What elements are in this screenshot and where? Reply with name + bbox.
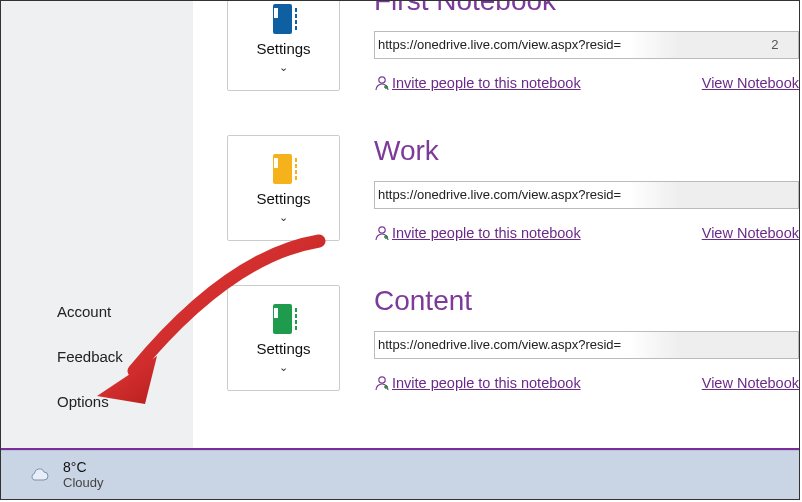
sidebar-item-label: Options <box>57 393 109 410</box>
invite-label: Invite people to this notebook <box>392 75 581 91</box>
invite-people-link[interactable]: Invite people to this notebook <box>374 75 581 91</box>
svg-rect-1 <box>274 8 278 18</box>
svg-rect-11 <box>295 170 297 174</box>
svg-rect-9 <box>295 158 297 162</box>
chevron-down-icon: ⌄ <box>279 361 288 374</box>
condition: Cloudy <box>63 476 103 490</box>
svg-rect-5 <box>295 26 297 30</box>
notebook-icon <box>270 152 298 186</box>
svg-rect-17 <box>295 314 297 318</box>
chevron-down-icon: ⌄ <box>279 211 288 224</box>
notebook-settings-card[interactable]: Settings ⌄ <box>227 135 340 241</box>
invite-people-link[interactable]: Invite people to this notebook <box>374 225 581 241</box>
person-add-icon <box>374 225 390 241</box>
settings-label: Settings <box>256 340 310 357</box>
weather-cloud-icon <box>27 465 51 485</box>
settings-label: Settings <box>256 190 310 207</box>
sidebar-item-account[interactable]: Account <box>1 289 193 334</box>
notebook-url-input[interactable]: https://onedrive.live.com/view.aspx?resi… <box>374 181 799 209</box>
svg-rect-2 <box>295 8 297 12</box>
settings-label: Settings <box>256 40 310 57</box>
svg-rect-4 <box>295 20 297 24</box>
backstage-sidebar: Account Feedback Options <box>1 1 193 448</box>
invite-label: Invite people to this notebook <box>392 225 581 241</box>
svg-point-20 <box>379 377 385 383</box>
notebook-settings-card[interactable]: Settings ⌄ <box>227 285 340 391</box>
notebook-row: Settings ⌄ First Notebook https://onedri… <box>193 1 799 91</box>
svg-point-6 <box>379 77 385 83</box>
notebook-title: First Notebook <box>374 1 799 17</box>
sidebar-item-label: Account <box>57 303 111 320</box>
url-tail: 2 <box>771 37 778 52</box>
view-notebook-link[interactable]: View Notebook <box>702 375 799 391</box>
svg-rect-16 <box>295 308 297 312</box>
svg-rect-10 <box>295 164 297 168</box>
taskbar: 8°C Cloudy <box>1 450 799 499</box>
notebook-icon <box>270 302 298 336</box>
invite-label: Invite people to this notebook <box>392 375 581 391</box>
svg-rect-3 <box>295 14 297 18</box>
notebook-title: Work <box>374 135 799 167</box>
notebook-settings-card[interactable]: Settings ⌄ <box>227 1 340 91</box>
sidebar-spacer <box>1 1 193 289</box>
invite-people-link[interactable]: Invite people to this notebook <box>374 375 581 391</box>
view-notebook-link[interactable]: View Notebook <box>702 75 799 91</box>
temperature: 8°C <box>63 460 103 475</box>
notebook-url-input[interactable]: https://onedrive.live.com/view.aspx?resi… <box>374 331 799 359</box>
notebook-row: Settings ⌄ Content https://onedrive.live… <box>193 285 799 391</box>
svg-rect-15 <box>274 308 278 318</box>
sidebar-item-label: Feedback <box>57 348 123 365</box>
notebook-title: Content <box>374 285 799 317</box>
person-add-icon <box>374 375 390 391</box>
url-text: https://onedrive.live.com/view.aspx?resi… <box>378 337 621 352</box>
svg-point-13 <box>379 227 385 233</box>
svg-rect-19 <box>295 326 297 330</box>
notebook-icon <box>270 2 298 36</box>
sidebar-item-options[interactable]: Options <box>1 379 193 424</box>
sidebar-item-feedback[interactable]: Feedback <box>1 334 193 379</box>
notebook-row: Settings ⌄ Work https://onedrive.live.co… <box>193 135 799 241</box>
chevron-down-icon: ⌄ <box>279 61 288 74</box>
person-add-icon <box>374 75 390 91</box>
notebook-list: Settings ⌄ First Notebook https://onedri… <box>193 1 799 448</box>
view-notebook-link[interactable]: View Notebook <box>702 225 799 241</box>
svg-rect-12 <box>295 176 297 180</box>
url-text: https://onedrive.live.com/view.aspx?resi… <box>378 187 621 202</box>
svg-rect-8 <box>274 158 278 168</box>
url-text: https://onedrive.live.com/view.aspx?resi… <box>378 37 621 52</box>
svg-rect-18 <box>295 320 297 324</box>
weather-widget[interactable]: 8°C Cloudy <box>63 460 103 490</box>
notebook-url-input[interactable]: https://onedrive.live.com/view.aspx?resi… <box>374 31 799 59</box>
